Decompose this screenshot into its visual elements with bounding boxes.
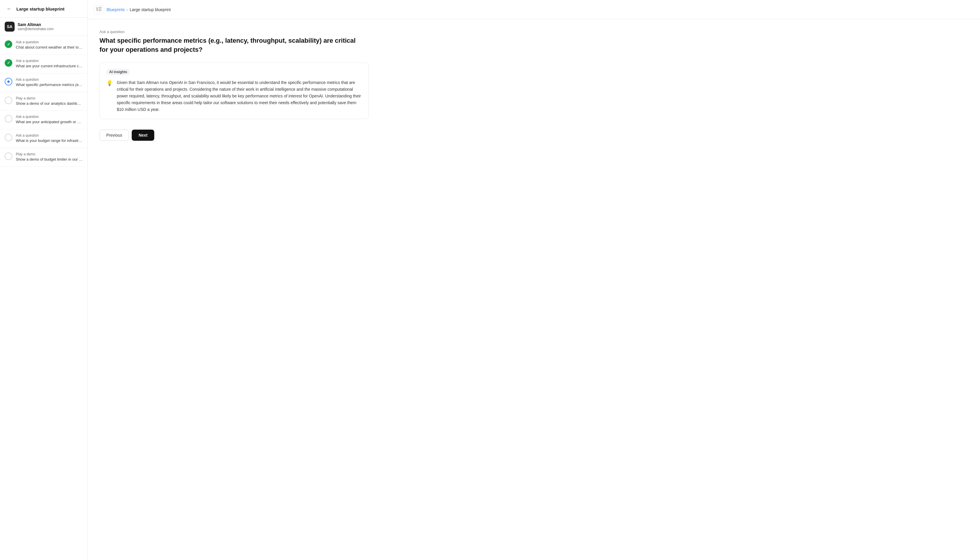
ai-insight-text: Given that Sam Altman runs OpenAI in San… xyxy=(117,79,362,113)
bulb-icon: 💡 xyxy=(106,80,113,86)
sidebar-item-1[interactable]: Ask a question Chat about current weathe… xyxy=(0,36,87,55)
breadcrumb-blueprints-link[interactable]: Blueprints xyxy=(107,7,125,12)
user-email: sam@demoshake.com xyxy=(18,27,53,31)
sidebar-item-5[interactable]: Ask a question What are your anticipated… xyxy=(0,111,87,129)
sidebar-items: Ask a question Chat about current weathe… xyxy=(0,36,87,167)
step-icon-1 xyxy=(5,40,12,48)
breadcrumb-separator: › xyxy=(127,7,128,12)
item-content-4: Play a demo Show a demo of our analytics… xyxy=(16,96,83,107)
item-content-1: Ask a question Chat about current weathe… xyxy=(16,40,83,50)
step-icon-6 xyxy=(5,134,12,141)
content-area: Ask a question What specific performance… xyxy=(88,19,980,560)
item-type-6: Ask a question xyxy=(16,133,83,138)
item-type-5: Ask a question xyxy=(16,115,83,119)
step-icon-5 xyxy=(5,115,12,123)
ai-content-row: 💡 Given that Sam Altman runs OpenAI in S… xyxy=(106,79,362,113)
step-icon-2 xyxy=(5,59,12,67)
item-desc-1: Chat about current weather at their loca… xyxy=(16,45,83,50)
breadcrumb-current: Large startup blueprint xyxy=(130,7,171,12)
item-type-3: Ask a question xyxy=(16,78,83,82)
item-type-4: Play a demo xyxy=(16,96,83,100)
sidebar-item-4[interactable]: Play a demo Show a demo of our analytics… xyxy=(0,92,87,111)
next-button[interactable]: Next xyxy=(132,130,154,141)
item-content-6: Ask a question What is your budget range… xyxy=(16,133,83,144)
item-desc-3: What specific performance metrics (e.g.,… xyxy=(16,82,83,88)
sidebar-title: Large startup blueprint xyxy=(17,7,64,12)
avatar: SA xyxy=(5,22,15,32)
item-type-1: Ask a question xyxy=(16,40,83,44)
sidebar-item-3[interactable]: Ask a question What specific performance… xyxy=(0,73,87,92)
breadcrumb: Blueprints › Large startup blueprint xyxy=(107,7,171,12)
svg-rect-1 xyxy=(99,7,102,8)
item-desc-2: What are your current infrastructure cha… xyxy=(16,63,83,69)
sidebar-toggle-icon xyxy=(96,7,102,12)
sidebar-item-6[interactable]: Ask a question What is your budget range… xyxy=(0,129,87,148)
svg-rect-0 xyxy=(96,7,98,11)
item-desc-4: Show a demo of our analytics dashboard p… xyxy=(16,101,83,107)
back-icon: ← xyxy=(7,6,12,12)
previous-button[interactable]: Previous xyxy=(100,130,129,141)
step-icon-3 xyxy=(5,78,12,85)
back-button[interactable]: ← xyxy=(5,5,13,13)
item-desc-5: What are your anticipated growth or expa… xyxy=(16,119,83,125)
sidebar-header: ← Large startup blueprint xyxy=(0,0,87,18)
topbar: Blueprints › Large startup blueprint xyxy=(88,0,980,19)
main-question: What specific performance metrics (e.g.,… xyxy=(100,36,363,54)
user-row: SA Sam Altman sam@demoshake.com xyxy=(0,18,87,36)
ai-insights-card: AI insights 💡 Given that Sam Altman runs… xyxy=(100,63,369,119)
step-icon-7 xyxy=(5,152,12,160)
user-info: Sam Altman sam@demoshake.com xyxy=(18,22,53,31)
item-desc-7: Show a demo of budget limiter in our app… xyxy=(16,157,83,162)
svg-rect-2 xyxy=(99,9,102,10)
item-content-3: Ask a question What specific performance… xyxy=(16,78,83,88)
svg-rect-3 xyxy=(99,10,102,11)
item-desc-6: What is your budget range for infrastruc… xyxy=(16,138,83,144)
item-content-2: Ask a question What are your current inf… xyxy=(16,59,83,69)
step-label: Ask a question xyxy=(100,30,968,34)
item-content-7: Play a demo Show a demo of budget limite… xyxy=(16,152,83,162)
step-icon-4 xyxy=(5,97,12,104)
main-panel: Blueprints › Large startup blueprint Ask… xyxy=(88,0,980,560)
item-type-2: Ask a question xyxy=(16,59,83,63)
user-name: Sam Altman xyxy=(18,22,53,27)
sidebar-item-2[interactable]: Ask a question What are your current inf… xyxy=(0,55,87,73)
nav-buttons: Previous Next xyxy=(100,130,968,141)
sidebar: ← Large startup blueprint SA Sam Altman … xyxy=(0,0,88,560)
ai-badge: AI insights xyxy=(106,69,130,75)
item-type-7: Play a demo xyxy=(16,152,83,156)
sidebar-item-7[interactable]: Play a demo Show a demo of budget limite… xyxy=(0,148,87,167)
sidebar-toggle-button[interactable] xyxy=(93,5,104,14)
item-content-5: Ask a question What are your anticipated… xyxy=(16,115,83,125)
